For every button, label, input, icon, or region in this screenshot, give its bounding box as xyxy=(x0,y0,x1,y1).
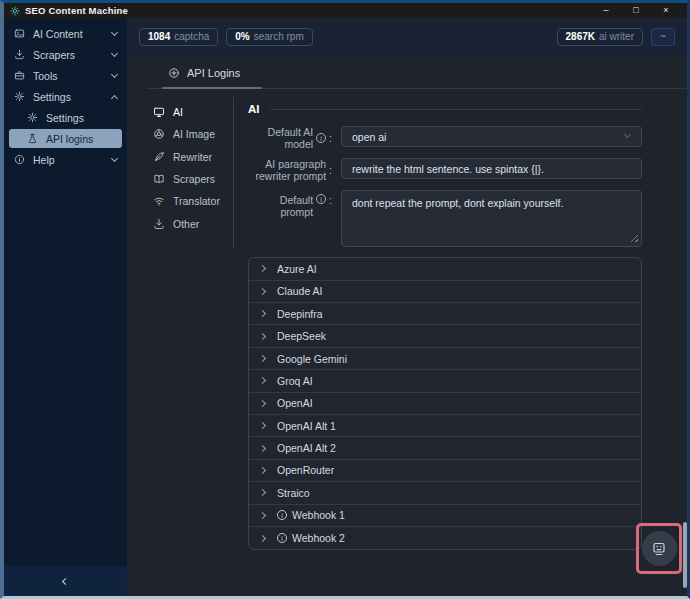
provider-row-openai[interactable]: OpenAI xyxy=(249,393,641,415)
briefcase-icon xyxy=(14,70,25,81)
provider-label: Webhook 1 xyxy=(292,509,345,521)
captcha-count: 1084 xyxy=(148,31,170,42)
subnav-label: AI Image xyxy=(173,128,215,140)
chevron-down-icon xyxy=(111,71,118,78)
rpm-value: 0% xyxy=(235,31,249,42)
default-ai-model-select[interactable]: open ai xyxy=(341,126,642,147)
top-status-bar: 1084 captcha 0% search rpm 2867K ai writ… xyxy=(127,18,687,55)
provider-label: OpenAI xyxy=(277,397,313,409)
chevron-right-icon xyxy=(259,400,266,407)
search-rpm-badge: 0% search rpm xyxy=(226,28,312,46)
provider-row-webhook-1[interactable]: i Webhook 1 xyxy=(249,505,641,527)
window-controls: – □ × xyxy=(591,3,681,18)
close-button[interactable]: × xyxy=(651,3,681,18)
tab-api-logins[interactable]: API Logins xyxy=(166,65,244,88)
rpm-label: search rpm xyxy=(254,31,304,42)
info-icon: i xyxy=(316,194,326,204)
provider-row-claude-ai[interactable]: Claude AI xyxy=(249,281,641,303)
provider-row-openai-alt-2[interactable]: OpenAI Alt 2 xyxy=(249,437,641,459)
provider-row-openrouter[interactable]: OpenRouter xyxy=(249,460,641,482)
section-title: AI xyxy=(248,103,260,115)
sidebar-collapse-button[interactable] xyxy=(4,566,127,596)
writer-label: ai writer xyxy=(599,31,634,42)
chevron-down-icon xyxy=(624,131,631,138)
info-icon: i xyxy=(277,533,287,543)
provider-row-azure-ai[interactable]: Azure AI xyxy=(249,258,641,280)
rewriter-prompt-input[interactable] xyxy=(341,158,642,179)
assistant-fab-button[interactable] xyxy=(642,531,677,566)
field-label: Default AI model i : xyxy=(248,126,332,150)
subnav-item-scrapers[interactable]: Scrapers xyxy=(153,168,233,190)
scrollbar-thumb[interactable] xyxy=(683,522,687,588)
sidebar-item-api-logins[interactable]: API logins xyxy=(9,129,122,148)
provider-label: Groq AI xyxy=(277,375,313,387)
aperture-icon xyxy=(153,128,165,140)
chevron-right-icon xyxy=(259,467,266,474)
more-button[interactable]: ~ xyxy=(651,28,675,46)
chevron-down-icon xyxy=(111,50,118,57)
subnav-label: Other xyxy=(173,218,199,230)
tab-bar: API Logins xyxy=(147,55,687,89)
maximize-button[interactable]: □ xyxy=(621,3,651,18)
ai-settings-form: AI Default AI model i : open a xyxy=(234,97,687,550)
chevron-right-icon xyxy=(259,355,266,362)
subnav-label: AI xyxy=(173,106,183,118)
subnav-item-ai-image[interactable]: AI Image xyxy=(153,123,233,145)
provider-row-deepseek[interactable]: DeepSeek xyxy=(249,325,641,347)
minimize-button[interactable]: – xyxy=(591,3,621,18)
provider-label: Azure AI xyxy=(277,263,317,275)
subnav-item-rewriter[interactable]: Rewriter xyxy=(153,146,233,168)
section-header: AI xyxy=(248,103,642,115)
sidebar-item-label: API logins xyxy=(46,133,93,145)
annotation-highlight-box xyxy=(636,523,682,574)
subnav-item-ai[interactable]: AI xyxy=(153,101,233,123)
provider-label: DeepSeek xyxy=(277,330,326,342)
book-icon xyxy=(153,173,165,185)
settings-subnav: AI AI Image Rewriter Scrapers xyxy=(147,97,234,249)
chevron-right-icon xyxy=(259,422,266,429)
info-icon: i xyxy=(316,133,326,143)
gear-icon xyxy=(27,112,38,123)
info-icon xyxy=(14,154,25,165)
sidebar-item-help[interactable]: Help xyxy=(4,149,127,170)
sidebar-item-tools[interactable]: Tools xyxy=(4,65,127,86)
default-prompt-textarea[interactable]: dont repeat the prompt, dont explain you… xyxy=(341,190,642,247)
field-default-prompt: Default prompt i : dont repeat the promp… xyxy=(248,190,642,247)
download-tray-icon xyxy=(153,218,165,230)
sidebar-item-settings-sub[interactable]: Settings xyxy=(4,107,127,128)
provider-row-webhook-2[interactable]: i Webhook 2 xyxy=(249,527,641,549)
titlebar: SEO Content Machine – □ × xyxy=(4,3,687,18)
provider-row-google-gemini[interactable]: Google Gemini xyxy=(249,348,641,370)
chevron-right-icon xyxy=(259,489,266,496)
captcha-badge: 1084 captcha xyxy=(139,28,218,46)
info-icon: i xyxy=(277,510,287,520)
provider-row-deepinfra[interactable]: Deepinfra xyxy=(249,303,641,325)
sidebar-item-label: Settings xyxy=(46,112,84,124)
captcha-label: captcha xyxy=(174,31,209,42)
field-rewriter-prompt: AI paragraph rewriter prompt : xyxy=(248,158,642,182)
sidebar-item-ai-content[interactable]: AI Content xyxy=(4,23,127,44)
sidebar-item-label: AI Content xyxy=(33,28,83,40)
sidebar: AI Content Scrapers Tools Settings xyxy=(4,18,127,596)
sidebar-item-settings[interactable]: Settings xyxy=(4,86,127,107)
provider-label: Deepinfra xyxy=(277,308,323,320)
provider-label: Webhook 2 xyxy=(292,532,345,544)
chevron-right-icon xyxy=(259,265,266,272)
subnav-item-translator[interactable]: Translator xyxy=(153,190,233,212)
robot-computer-icon xyxy=(651,541,667,557)
provider-row-openai-alt-1[interactable]: OpenAI Alt 1 xyxy=(249,415,641,437)
provider-label: Google Gemini xyxy=(277,353,347,365)
sidebar-item-label: Help xyxy=(33,154,55,166)
subnav-item-other[interactable]: Other xyxy=(153,213,233,235)
provider-label: Straico xyxy=(277,487,310,499)
sidebar-item-label: Scrapers xyxy=(33,49,75,61)
window-title: SEO Content Machine xyxy=(25,5,128,16)
content-area: API Logins AI AI Image xyxy=(127,55,687,596)
provider-row-straico[interactable]: Straico xyxy=(249,482,641,504)
provider-row-groq-ai[interactable]: Groq AI xyxy=(249,370,641,392)
sidebar-item-scrapers[interactable]: Scrapers xyxy=(4,44,127,65)
quill-icon xyxy=(153,151,165,163)
sidebar-item-label: Settings xyxy=(33,91,71,103)
provider-accordion: Azure AI Claude AI Deepinfra xyxy=(248,257,642,550)
provider-label: OpenAI Alt 1 xyxy=(277,420,336,432)
